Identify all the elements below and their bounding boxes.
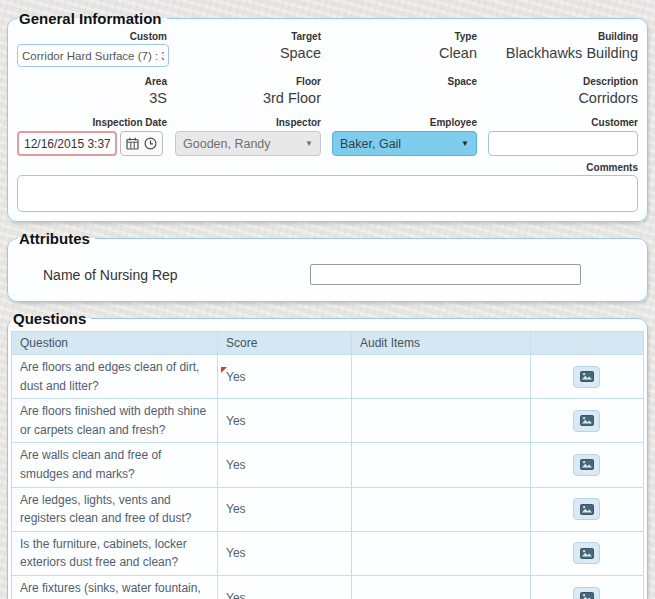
employee-select[interactable]: Baker, Gail ▼ <box>332 131 477 156</box>
question-column-header: Question <box>12 332 218 355</box>
question-cell: Are floors finished with depth shine or … <box>12 399 218 443</box>
image-cell <box>530 399 643 443</box>
calendar-icon[interactable] <box>126 137 139 150</box>
custom-label: Custom <box>130 31 167 42</box>
employee-label: Employee <box>430 117 477 128</box>
questions-legend: Questions <box>11 310 91 327</box>
general-info-row-2: Area 3S Floor 3rd Floor Space Descriptio… <box>17 76 638 108</box>
attributes-legend: Attributes <box>17 230 95 247</box>
general-information-section: General Information Custom Target Space … <box>7 10 648 222</box>
building-value: Blackhawks Building <box>506 44 638 63</box>
employee-selected-value: Baker, Gail <box>340 137 401 151</box>
type-value: Clean <box>439 44 477 63</box>
add-image-button[interactable] <box>573 454 600 476</box>
comments-label: Comments <box>586 162 638 173</box>
inspection-date-input[interactable] <box>17 131 117 156</box>
table-row: Are walls clean and free of smudges and … <box>12 443 644 487</box>
score-cell[interactable]: Yes <box>218 575 352 599</box>
add-image-button[interactable] <box>573 587 600 599</box>
question-cell: Is the furniture, cabinets, locker exter… <box>12 531 218 575</box>
description-value: Corridors <box>578 89 638 108</box>
general-info-row-3: Inspection Date <box>17 117 638 156</box>
building-label: Building <box>598 31 638 42</box>
questions-section: Questions Question Score Audit Items Are… <box>7 310 648 599</box>
add-image-button[interactable] <box>573 410 600 432</box>
comments-textarea[interactable] <box>17 175 638 212</box>
inspector-selected-value: Gooden, Randy <box>183 137 271 151</box>
nursing-rep-label: Name of Nursing Rep <box>43 267 310 283</box>
floor-label: Floor <box>296 76 321 87</box>
questions-table: Question Score Audit Items Are floors an… <box>11 331 644 599</box>
table-header-row: Question Score Audit Items <box>12 332 644 355</box>
add-image-button[interactable] <box>573 366 600 388</box>
audit-items-cell <box>352 487 531 531</box>
attribute-row: Name of Nursing Rep <box>43 264 638 285</box>
chevron-down-icon: ▼ <box>305 140 313 148</box>
clock-icon[interactable] <box>144 137 157 150</box>
image-cell <box>530 355 643 399</box>
customer-input[interactable] <box>488 131 638 156</box>
audit-items-cell <box>352 399 531 443</box>
inspection-date-label: Inspection Date <box>93 117 167 128</box>
table-row: Are floors and edges clean of dirt, dust… <box>12 355 644 399</box>
table-row: Are floors finished with depth shine or … <box>12 399 644 443</box>
chevron-down-icon: ▼ <box>461 140 469 148</box>
table-row: Are fixtures (sinks, water fountain, etc… <box>12 575 644 599</box>
image-cell <box>530 531 643 575</box>
space-label: Space <box>448 76 477 87</box>
add-image-button[interactable] <box>573 542 600 564</box>
inspector-label: Inspector <box>276 117 321 128</box>
question-cell: Are walls clean and free of smudges and … <box>12 443 218 487</box>
target-value: Space <box>280 44 321 63</box>
area-label: Area <box>145 76 167 87</box>
area-value: 3S <box>149 89 167 108</box>
general-info-row-1: Custom Target Space Type Clean Building … <box>17 31 638 67</box>
customer-label: Customer <box>591 117 638 128</box>
score-cell[interactable]: Yes <box>218 355 352 399</box>
audit-items-column-header: Audit Items <box>352 332 531 355</box>
add-image-button[interactable] <box>573 498 600 520</box>
score-column-header: Score <box>218 332 352 355</box>
score-cell[interactable]: Yes <box>218 443 352 487</box>
question-cell: Are floors and edges clean of dirt, dust… <box>12 355 218 399</box>
score-cell[interactable]: Yes <box>218 531 352 575</box>
custom-input[interactable] <box>17 44 169 67</box>
audit-items-cell <box>352 355 531 399</box>
question-cell: Are ledges, lights, vents and registers … <box>12 487 218 531</box>
score-cell[interactable]: Yes <box>218 399 352 443</box>
actions-column-header <box>530 332 643 355</box>
type-label: Type <box>454 31 477 42</box>
inspector-select[interactable]: Gooden, Randy ▼ <box>175 131 321 156</box>
description-label: Description <box>583 76 638 87</box>
comments-block: Comments <box>17 162 638 212</box>
audit-items-cell <box>352 531 531 575</box>
audit-items-cell <box>352 575 531 599</box>
score-cell[interactable]: Yes <box>218 487 352 531</box>
nursing-rep-input[interactable] <box>310 264 581 285</box>
modified-flag-icon <box>221 367 227 373</box>
image-cell <box>530 487 643 531</box>
image-cell <box>530 443 643 487</box>
attributes-section: Attributes Name of Nursing Rep <box>7 230 648 302</box>
image-cell <box>530 575 643 599</box>
audit-items-cell <box>352 443 531 487</box>
general-information-legend: General Information <box>17 10 167 27</box>
question-cell: Are fixtures (sinks, water fountain, etc… <box>12 575 218 599</box>
floor-value: 3rd Floor <box>263 89 321 108</box>
table-row: Is the furniture, cabinets, locker exter… <box>12 531 644 575</box>
date-time-picker-buttons[interactable] <box>120 131 163 156</box>
table-row: Are ledges, lights, vents and registers … <box>12 487 644 531</box>
target-label: Target <box>291 31 321 42</box>
